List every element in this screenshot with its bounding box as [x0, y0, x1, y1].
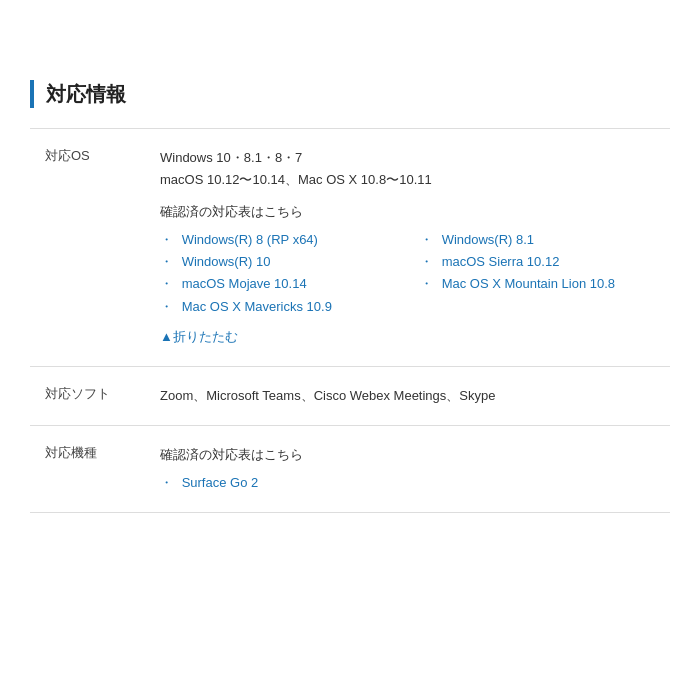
os-link-win8[interactable]: Windows(R) 8 (RP x64) [182, 232, 318, 247]
bullet-icon: ・ [160, 232, 173, 247]
bullet-icon: ・ [160, 254, 173, 269]
os-link-mavericks[interactable]: Mac OS X Mavericks 10.9 [182, 299, 332, 314]
os-content: Windows 10・8.1・8・7 macOS 10.12〜10.14、Mac… [150, 129, 670, 367]
bullet-icon: ・ [160, 276, 173, 291]
bullet-icon: ・ [160, 299, 173, 314]
os-link-item: ・ macOS Sierra 10.12 [420, 251, 660, 273]
os-link-item: ・ macOS Mojave 10.14 [160, 273, 400, 295]
os-link-item: ・ Windows(R) 8.1 [420, 229, 660, 251]
os-link-item: ・ Windows(R) 8 (RP x64) [160, 229, 400, 251]
device-row: 対応機種 確認済の対応表はこちら ・ Surface Go 2 [30, 425, 670, 512]
soft-row: 対応ソフト Zoom、Microsoft Teams、Cisco Webex M… [30, 366, 670, 425]
device-content: 確認済の対応表はこちら ・ Surface Go 2 [150, 425, 670, 512]
surface-go-link[interactable]: Surface Go 2 [182, 475, 259, 490]
device-confirm-text: 確認済の対応表はこちら [160, 444, 660, 466]
os-link-list: ・ Windows(R) 8 (RP x64) ・ Windows(R) 10 … [160, 229, 660, 317]
os-link-item: ・ Mac OS X Mavericks 10.9 [160, 296, 400, 318]
info-table: 対応OS Windows 10・8.1・8・7 macOS 10.12〜10.1… [30, 128, 670, 513]
os-link-mojave[interactable]: macOS Mojave 10.14 [182, 276, 307, 291]
os-main-text: Windows 10・8.1・8・7 macOS 10.12〜10.14、Mac… [160, 147, 660, 191]
soft-content: Zoom、Microsoft Teams、Cisco Webex Meeting… [150, 366, 670, 425]
section-header-bar [30, 80, 34, 108]
os-confirm-text: 確認済の対応表はこちら [160, 201, 660, 223]
os-link-item: ・ Mac OS X Mountain Lion 10.8 [420, 273, 660, 295]
os-link-sierra[interactable]: macOS Sierra 10.12 [442, 254, 560, 269]
os-links-right-col: ・ Windows(R) 8.1 ・ macOS Sierra 10.12 ・ … [420, 229, 660, 317]
device-link-item: ・ Surface Go 2 [160, 472, 660, 494]
device-label: 対応機種 [30, 425, 150, 512]
section-title: 対応情報 [46, 81, 126, 108]
os-link-item: ・ Windows(R) 10 [160, 251, 400, 273]
soft-list: Zoom、Microsoft Teams、Cisco Webex Meeting… [160, 385, 660, 407]
bullet-icon: ・ [420, 254, 433, 269]
bullet-icon: ・ [420, 276, 433, 291]
bullet-icon: ・ [160, 475, 173, 490]
os-link-win10[interactable]: Windows(R) 10 [182, 254, 271, 269]
collapse-link[interactable]: ▲折りたたむ [160, 326, 238, 348]
os-label: 対応OS [30, 129, 150, 367]
os-row: 対応OS Windows 10・8.1・8・7 macOS 10.12〜10.1… [30, 129, 670, 367]
os-link-win81[interactable]: Windows(R) 8.1 [442, 232, 534, 247]
section-header: 対応情報 [30, 80, 670, 108]
os-links-left-col: ・ Windows(R) 8 (RP x64) ・ Windows(R) 10 … [160, 229, 400, 317]
page-wrapper: 対応情報 対応OS Windows 10・8.1・8・7 macOS 10.12… [0, 0, 700, 543]
soft-label: 対応ソフト [30, 366, 150, 425]
os-link-mountain-lion[interactable]: Mac OS X Mountain Lion 10.8 [442, 276, 615, 291]
bullet-icon: ・ [420, 232, 433, 247]
